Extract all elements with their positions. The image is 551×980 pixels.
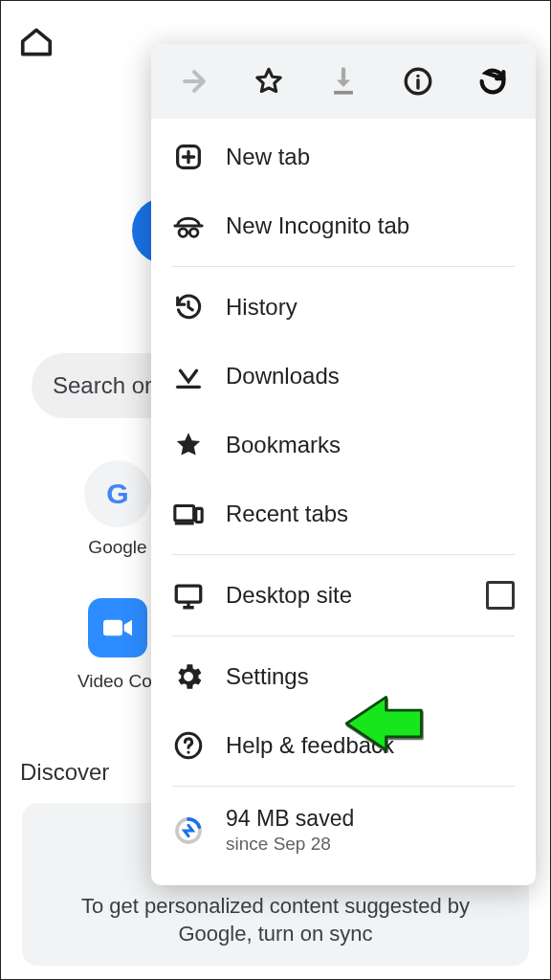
history-icon [172,291,205,323]
discover-card-text: To get personalized content suggested by… [55,892,496,948]
data-saver-icon [172,814,205,847]
menu-item-data-saved[interactable]: 94 MB saved since Sep 28 [151,792,536,868]
info-icon[interactable] [402,65,434,98]
svg-rect-1 [334,91,353,95]
desktop-icon [172,579,205,612]
download-icon[interactable] [327,65,360,98]
svg-point-11 [187,751,189,754]
menu-item-label: Downloads [226,363,340,390]
menu-item-bookmarks[interactable]: Bookmarks [151,411,536,479]
menu-item-history[interactable]: History [151,273,536,342]
menu-divider [172,635,515,636]
shortcut-label: Video Cor [77,671,158,692]
desktop-site-checkbox[interactable] [486,581,515,610]
settings-gear-icon [172,660,205,693]
menu-divider [172,786,515,787]
downloads-icon [172,360,205,392]
svg-rect-7 [175,506,194,522]
new-tab-icon [172,141,205,173]
menu-item-label: New tab [226,144,310,170]
shortcut-label: Google [88,537,146,558]
menu-item-incognito[interactable]: New Incognito tab [151,191,536,260]
menu-item-label: Bookmarks [226,432,341,458]
data-saved-since: since Sep 28 [226,834,354,855]
menu-body: New tab New Incognito tab History Downlo… [151,119,536,885]
menu-divider [172,266,515,267]
menu-item-label: History [226,294,298,321]
home-icon[interactable] [18,24,55,64]
menu-item-label: Recent tabs [226,501,348,527]
recent-tabs-icon [172,498,205,530]
menu-item-recent-tabs[interactable]: Recent tabs [151,479,536,548]
menu-item-label: Desktop site [226,582,352,609]
zoom-icon [88,598,147,657]
data-saved-amount: 94 MB saved [226,806,354,832]
help-icon [172,729,205,762]
overflow-menu: New tab New Incognito tab History Downlo… [151,44,536,885]
bookmark-star-icon[interactable] [253,65,285,98]
menu-item-new-tab[interactable]: New tab [151,122,536,191]
annotation-arrow [338,692,426,759]
menu-item-label: New Incognito tab [226,212,409,239]
svg-point-5 [179,229,187,237]
svg-rect-0 [103,620,122,636]
svg-point-6 [189,229,198,237]
menu-item-label: Settings [226,663,309,690]
search-placeholder: Search or [53,372,152,399]
bookmarks-icon [172,429,205,461]
menu-item-downloads[interactable]: Downloads [151,342,536,411]
svg-point-3 [416,75,419,78]
svg-rect-9 [176,586,201,602]
google-icon: G [84,460,151,527]
discover-heading: Discover [20,759,109,786]
menu-divider [172,554,515,555]
incognito-icon [172,210,205,242]
reload-icon[interactable] [476,65,509,98]
svg-rect-8 [196,508,202,522]
menu-toolbar [151,44,536,119]
forward-icon[interactable] [178,65,210,98]
menu-item-desktop-site[interactable]: Desktop site [151,561,536,630]
